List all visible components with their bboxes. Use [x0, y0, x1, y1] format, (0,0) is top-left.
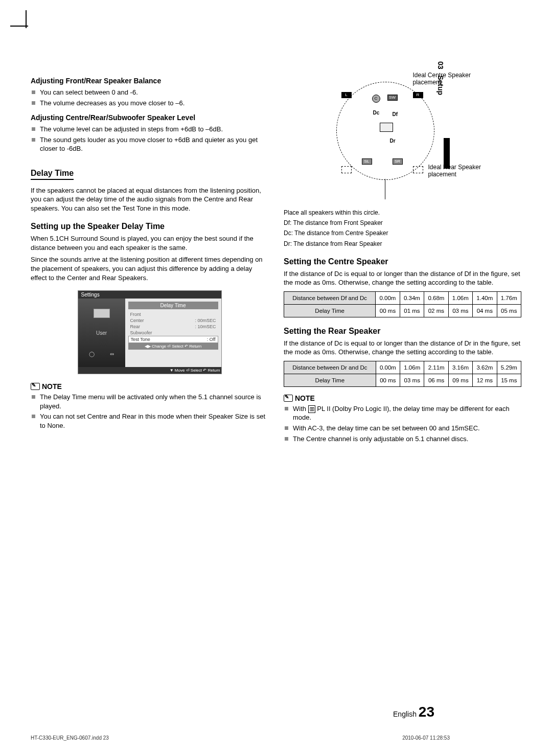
caption: Df: The distance from Front Speaker	[284, 219, 521, 227]
osd-row: Rear: 10mSEC	[128, 324, 218, 330]
note-label-text: NOTE	[295, 394, 315, 402]
speaker-c: C	[372, 95, 380, 103]
page-footer: English 23	[393, 704, 434, 720]
label-dc: Dc	[373, 110, 380, 116]
chapter-number: 03	[436, 61, 445, 70]
note-icon	[284, 395, 293, 402]
label-df: Df	[393, 111, 398, 117]
table-cell: 0.00m	[376, 361, 400, 374]
speaker-r: R	[413, 92, 423, 98]
table-cell: 02 ms	[424, 304, 448, 317]
label-ideal-rear: Ideal Rear Speaker placement	[428, 164, 495, 178]
speaker-l: L	[341, 92, 352, 98]
text: With	[293, 405, 308, 413]
osd-screenshot: Settings User ◯ ⇔ Delay Time Front Cente…	[78, 290, 222, 374]
table-cell: 1.06m	[448, 291, 472, 304]
table-cell: 5.29m	[497, 361, 521, 374]
meta-file: HT-C330-EUR_ENG-0607.indd 23	[31, 735, 109, 741]
list-item: The sound gets louder as you move closer…	[31, 135, 268, 153]
footer-page: 23	[419, 704, 434, 720]
list-item: The volume level can be adjusted in step…	[31, 125, 268, 134]
table-header: Distance between Df and Dc	[284, 291, 376, 304]
disc-icon: ◯	[89, 351, 95, 357]
note-icon	[31, 383, 40, 390]
crop-mark-h	[10, 26, 28, 27]
heading-delay-time: Delay Time	[31, 169, 74, 180]
table-cell: 06 ms	[424, 374, 448, 386]
meta-date: 2010-06-07 11:28:53	[402, 735, 450, 741]
osd-footer1: ◀▶ Change ⏎ Select ↶ Return	[128, 343, 218, 350]
osd-titlebar: Settings	[78, 291, 221, 299]
vertical-line	[385, 179, 385, 199]
table-cell: 12 ms	[473, 374, 497, 386]
list-item: The volume decreases as you move closer …	[31, 99, 268, 108]
heading-adjust-level: Adjusting Centre/Rear/Subwoofer Speaker …	[31, 113, 268, 122]
osd-row-selected: Test Tone: Off	[128, 336, 218, 343]
table-cell: 2.11m	[424, 361, 448, 374]
table-header: Delay Time	[284, 304, 376, 317]
usb-icon: ⇔	[110, 351, 114, 357]
osd-row: Front	[128, 311, 218, 317]
table-cell: 05 ms	[497, 304, 521, 317]
content-columns: Adjusting Front/Rear Speaker Balance You…	[31, 72, 521, 449]
list-item: With ▯▯ PL II (Dolby Pro Logic II), the …	[284, 404, 521, 422]
paragraph: If the speakers cannot be placed at equa…	[31, 186, 268, 213]
list-item: The Centre channel is only adjustable on…	[284, 434, 521, 444]
note-list: With ▯▯ PL II (Dolby Pro Logic II), the …	[284, 404, 521, 443]
caption: Place all speakers within this circle.	[284, 209, 521, 217]
list-level: The volume level can be adjusted in step…	[31, 125, 268, 153]
speaker-sw: SW	[387, 95, 398, 101]
footer-lang: English	[393, 710, 417, 718]
label-dr: Dr	[390, 138, 396, 144]
table-cell: 03 ms	[400, 374, 424, 386]
table-cell: 15 ms	[497, 374, 521, 386]
caption: Dc: The distance from Centre Speaker	[284, 229, 521, 237]
table-cell: 00 ms	[376, 304, 400, 317]
speaker-sl: SL	[362, 158, 372, 165]
paragraph: If the distance of Dc is equal to or lon…	[284, 269, 521, 287]
table-cell: 1.40m	[473, 291, 497, 304]
osd-footer2: ▼ Move ⏎ Select ↶ Return	[78, 367, 221, 374]
print-meta: HT-C330-EUR_ENG-0607.indd 23 2010-06-07 …	[31, 735, 450, 741]
note-label-text: NOTE	[42, 382, 62, 391]
speaker-sr: SR	[393, 158, 403, 165]
table-header: Distance between Dr and Dc	[284, 361, 376, 374]
table-cell: 0.68m	[424, 291, 448, 304]
note-list: The Delay Time menu will be activated on…	[31, 393, 268, 430]
osd-row: Center: 00mSEC	[128, 317, 218, 324]
dolby-icon: ▯▯	[308, 405, 315, 413]
osd-row: Subwoofer	[128, 330, 218, 336]
table-cell: 03 ms	[448, 304, 472, 317]
table-cell: 1.76m	[497, 291, 521, 304]
list-item: With AC-3, the delay time can be set bet…	[284, 424, 521, 433]
list-front-rear: You can select between 0 and -6. The vol…	[31, 88, 268, 107]
note-heading: NOTE	[284, 394, 521, 402]
heading-centre-speaker: Setting the Centre Speaker	[284, 257, 521, 266]
speaker-diagram: Ideal Centre Speaker placement Ideal Rea…	[316, 72, 490, 204]
table-rear: Distance between Dr and Dc 0.00m 1.06m 2…	[284, 361, 521, 387]
paragraph: When 5.1CH Surround Sound is played, you…	[31, 234, 268, 252]
heading-adjust-front-rear: Adjusting Front/Rear Speaker Balance	[31, 77, 268, 85]
table-cell: 09 ms	[448, 374, 472, 386]
table-cell: 04 ms	[473, 304, 497, 317]
table-cell: 01 ms	[400, 304, 424, 317]
osd-main: Delay Time Front Center: 00mSEC Rear: 10…	[125, 299, 221, 367]
table-cell: 3.16m	[448, 361, 472, 374]
label-ideal-centre: Ideal Centre Speaker placement	[413, 72, 479, 86]
table-cell: 3.62m	[473, 361, 497, 374]
table-centre: Distance between Df and Dc 0.00m 0.34m 0…	[284, 291, 521, 317]
table-cell: 0.00m	[376, 291, 400, 304]
heading-setup-delay: Setting up the Speaker Delay Time	[31, 222, 268, 231]
table-header: Delay Time	[284, 374, 376, 386]
right-column: Ideal Centre Speaker placement Ideal Rea…	[284, 72, 521, 449]
list-item: The Delay Time menu will be activated on…	[31, 393, 268, 410]
table-cell: 00 ms	[376, 374, 400, 386]
list-item: You can select between 0 and -6.	[31, 88, 268, 97]
osd-sidebar: User ◯ ⇔	[78, 299, 125, 367]
listener-icon	[380, 123, 393, 132]
text: PL II (Dolby Pro Logic II), the delay ti…	[293, 405, 510, 422]
note-heading: NOTE	[31, 382, 268, 391]
dashed-speaker-right	[413, 166, 423, 173]
heading-rear-speaker: Setting the Rear Speaker	[284, 327, 521, 336]
table-cell: 0.34m	[400, 291, 424, 304]
